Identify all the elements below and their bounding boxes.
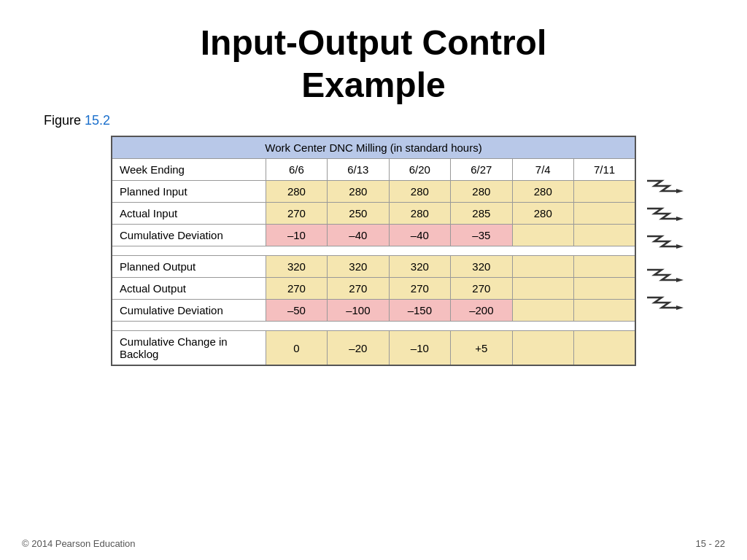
- cum-dev-output-6-20: –150: [389, 300, 450, 322]
- backlog-6-6: 0: [266, 331, 327, 366]
- planned-input-row: Planned Input 280 280 280 280 280: [112, 181, 635, 203]
- planned-input-6-6: 280: [266, 181, 327, 203]
- planned-input-label: Planned Input: [112, 181, 266, 203]
- table-header: Work Center DNC Milling (in standard hou…: [112, 136, 635, 159]
- cum-dev-input-6-27: –35: [451, 225, 512, 246]
- planned-output-7-11: [574, 256, 635, 278]
- arrow-planned-output: [647, 261, 684, 289]
- arrow-spacer: [647, 255, 684, 261]
- actual-output-7-11: [574, 278, 635, 300]
- actual-output-label: Actual Output: [112, 278, 266, 300]
- week-ending-row: Week Ending 6/6 6/13 6/20 6/27 7/4 7/11: [112, 159, 635, 181]
- planned-output-row: Planned Output 320 320 320 320: [112, 256, 635, 278]
- cum-dev-output-7-11: [574, 300, 635, 322]
- backlog-6-20: –10: [389, 331, 450, 366]
- actual-output-row: Actual Output 270 270 270 270: [112, 278, 635, 300]
- backlog-row: Cumulative Change inBacklog 0 –20 –10 +5: [112, 331, 635, 366]
- planned-output-label: Planned Output: [112, 256, 266, 278]
- zigzag-arrow-4: [647, 265, 684, 285]
- actual-input-label: Actual Input: [112, 203, 266, 225]
- cum-dev-output-7-4: [512, 300, 573, 322]
- zigzag-arrow-2: [647, 203, 684, 224]
- planned-input-6-20: 280: [389, 181, 450, 203]
- cum-dev-input-6-13: –40: [328, 225, 389, 246]
- svg-marker-2: [676, 244, 684, 249]
- week-7-4: 7/4: [512, 159, 573, 181]
- actual-output-7-4: [512, 278, 573, 300]
- cum-dev-output-6-6: –50: [266, 300, 327, 322]
- table-header-row: Work Center DNC Milling (in standard hou…: [112, 136, 635, 159]
- actual-input-7-11: [574, 203, 635, 225]
- week-label: Week Ending: [112, 159, 266, 181]
- week-6-6: 6/6: [266, 159, 327, 181]
- planned-input-6-13: 280: [328, 181, 389, 203]
- actual-output-6-20: 270: [389, 278, 450, 300]
- cum-dev-input-7-4: [512, 225, 573, 246]
- actual-input-6-6: 270: [266, 203, 327, 225]
- footer-left: © 2014 Pearson Education: [22, 538, 136, 549]
- backlog-label: Cumulative Change inBacklog: [112, 331, 266, 366]
- planned-input-7-11: [574, 181, 635, 203]
- week-6-27: 6/27: [451, 159, 512, 181]
- spacer-row-2: [112, 322, 635, 331]
- svg-marker-1: [676, 217, 684, 221]
- week-7-11: 7/11: [574, 159, 635, 181]
- planned-output-6-6: 320: [266, 256, 327, 278]
- planned-output-6-27: 320: [451, 256, 512, 278]
- footer-right: 15 - 22: [696, 538, 725, 549]
- spacer-row-1: [112, 246, 635, 256]
- cum-dev-input-6-20: –40: [389, 225, 450, 246]
- week-6-13: 6/13: [328, 159, 389, 181]
- actual-input-6-20: 280: [389, 203, 450, 225]
- cumulative-dev-input-row: Cumulative Deviation –10 –40 –40 –35: [112, 225, 635, 246]
- main-table: Work Center DNC Milling (in standard hou…: [111, 136, 636, 366]
- backlog-6-13: –20: [328, 331, 389, 366]
- planned-output-6-20: 320: [389, 256, 450, 278]
- cum-dev-input-label: Cumulative Deviation: [112, 225, 266, 246]
- actual-input-6-27: 285: [451, 203, 512, 225]
- svg-marker-4: [676, 306, 684, 310]
- backlog-7-4: [512, 331, 573, 366]
- week-6-20: 6/20: [389, 159, 450, 181]
- cumulative-dev-output-row: Cumulative Deviation –50 –100 –150 –200: [112, 300, 635, 322]
- svg-marker-0: [676, 189, 684, 193]
- actual-input-row: Actual Input 270 250 280 285 280: [112, 203, 635, 225]
- actual-input-7-4: 280: [512, 203, 573, 225]
- zigzag-arrow-3: [647, 231, 684, 252]
- cum-dev-input-7-11: [574, 225, 635, 246]
- figure-label: Figure 15.2: [44, 113, 747, 128]
- actual-output-6-13: 270: [328, 278, 389, 300]
- zigzag-arrow-1: [647, 176, 684, 196]
- cum-dev-output-label: Cumulative Deviation: [112, 300, 266, 322]
- backlog-7-11: [574, 331, 635, 366]
- backlog-6-27: +5: [451, 331, 512, 366]
- planned-input-7-4: 280: [512, 181, 573, 203]
- cum-dev-input-6-6: –10: [266, 225, 327, 246]
- actual-input-6-13: 250: [328, 203, 389, 225]
- actual-output-6-27: 270: [451, 278, 512, 300]
- planned-output-6-13: 320: [328, 256, 389, 278]
- arrow-cum-dev-input: [647, 228, 684, 255]
- arrow-actual-input: [647, 200, 684, 228]
- arrow-actual-output: [647, 289, 684, 316]
- arrow-planned-input: [647, 172, 684, 200]
- svg-marker-3: [676, 278, 684, 282]
- planned-input-6-27: 280: [451, 181, 512, 203]
- cum-dev-output-6-27: –200: [451, 300, 512, 322]
- cum-dev-output-6-13: –100: [328, 300, 389, 322]
- planned-output-7-4: [512, 256, 573, 278]
- zigzag-arrow-5: [647, 292, 684, 313]
- page-title: Input-Output ControlExample: [0, 0, 747, 113]
- actual-output-6-6: 270: [266, 278, 327, 300]
- arrows-container: [647, 172, 684, 316]
